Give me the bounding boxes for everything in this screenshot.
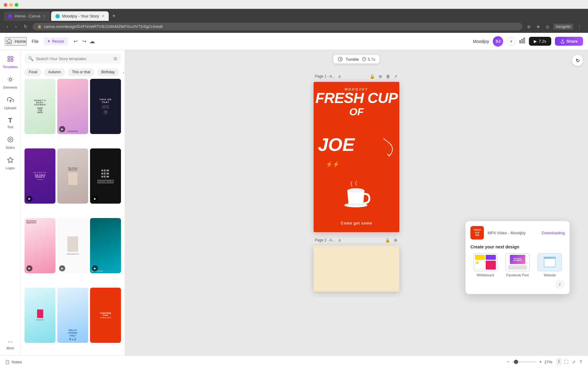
design-canvas-2[interactable] [314,246,399,292]
cloud-save-button[interactable]: ☁ [89,37,95,45]
zoom-control: − + 27% [507,359,552,365]
elements-icon [7,76,14,84]
user-avatar[interactable]: SJ [493,36,503,47]
share-button[interactable]: Share [555,37,583,46]
zoom-value: 27% [544,360,552,364]
play-indicator: ▶ [92,265,98,271]
website-option[interactable]: Website [535,253,565,277]
page-1-duplicate[interactable]: ⊕ [378,73,383,79]
template-card[interactable]: PUT'N IN PLACE ▶ [90,218,121,273]
sidebar-item-elements[interactable]: Elements [1,73,20,92]
more-options-icon[interactable]: ⋮ [576,24,583,30]
downloading-status[interactable]: Downloading [542,231,565,235]
template-card[interactable]: EyeshadowApplication ▶ [24,218,55,273]
tab-moodjoy[interactable]: Moodjoy - Your Story ✕ [51,11,109,21]
page-2-lock[interactable]: 🔒 [384,237,391,243]
zoom-slider[interactable] [512,361,537,362]
notes-button[interactable]: 📋 Notes [5,360,22,364]
resize-button[interactable]: ✦ Resize [43,37,68,45]
tab-home[interactable]: Home - Canva ✕ [4,11,50,21]
page-2-duplicate[interactable]: ⊕ [393,237,398,243]
close-tab-home[interactable]: ✕ [43,14,46,18]
page-1-collapse[interactable]: ∧ [337,73,342,79]
maximize-window-btn[interactable] [15,3,18,7]
zoom-out-button[interactable]: − [507,359,510,365]
redo-button[interactable]: ↪ [81,37,88,45]
facebook-label: Facebook Post [506,273,529,277]
page-1-delete[interactable]: 🗑 [385,73,391,79]
time-value: 5.7s [368,57,375,62]
add-collaborator-button[interactable]: + [507,37,515,46]
canvas-area[interactable]: Tumble 5.7s ↻ Page 1 - A... ∧ [125,50,588,355]
svg-point-23 [546,257,547,258]
zoom-in-button[interactable]: + [539,359,542,365]
close-tab-moodjoy[interactable]: ✕ [102,14,104,18]
template-search-input[interactable] [36,56,111,61]
profile-icon[interactable]: ◎ [544,24,551,30]
template-card[interactable]: THIS ORTHAT Long HairShort Hair ? [90,79,121,134]
close-window-btn[interactable] [4,3,7,7]
transition-name: Tumble [346,57,359,62]
website-label: Website [544,273,556,277]
file-menu[interactable]: File [32,39,39,44]
browser-actions: ⊕ ★ ◎ Incognito ⋮ [526,24,583,30]
template-card[interactable]: The PerfectWhite Tee [57,148,88,204]
fb-preview: Get ideasFLOWING [506,254,529,271]
share-label: Share [567,39,578,44]
help-button[interactable]: ? [578,358,583,366]
new-tab-button[interactable]: + [110,12,118,21]
clock-icon [362,57,366,61]
page-2-collapse[interactable]: ∧ [337,237,342,243]
tag-this-or-that[interactable]: This or that [68,68,95,76]
bookmark-icon[interactable]: ★ [535,24,542,30]
more-tags-button[interactable]: › [122,68,125,76]
facebook-option[interactable]: Get ideasFLOWING Facebook Post [503,253,532,277]
design-canvas-1[interactable]: MOODJOY FRESH CUP OF JOE [314,82,399,232]
fullscreen-button[interactable]: ⤢ [571,358,577,366]
template-card[interactable]: REVIEW OF THE SONUSBONUM 10 ★★★★★ ▶ [24,148,55,204]
whiteboard-option[interactable]: Whiteboard [470,253,500,277]
template-card[interactable]: HELLOSPRINGONLY 0 ♦ 2 [57,288,88,343]
sidebar-item-templates[interactable]: Templates [1,52,20,72]
template-card[interactable]: NEWNEWNEW SHOP NOW ▶ [90,148,121,204]
moodjoy-favicon [55,14,60,18]
sidebar-item-logos[interactable]: Logos [1,154,20,173]
refresh-button[interactable]: ↻ [572,55,583,66]
tag-food[interactable]: Food [24,68,41,76]
filter-icon[interactable]: ⊞ [114,56,117,61]
url-bar[interactable]: 🔒 canva.com/design/DAFNVetRTV8/J1WoMZtkP… [32,23,523,30]
page-1-share[interactable]: ↗ [393,73,398,79]
page-number: 1 [558,359,560,363]
analytics-button[interactable] [519,37,525,45]
tab-moodjoy-label: Moodjoy - Your Story [62,14,99,18]
template-card[interactable]: FASHION ▶ [57,79,88,134]
back-button[interactable]: ‹ [5,23,10,30]
template-card[interactable]: mask look for me ▶ [57,218,88,273]
page-1-lock[interactable]: 🔒 [369,73,375,79]
download-notification: FRESHCUPJOE MP4 Video - Moodjoy Download… [466,221,570,294]
home-button[interactable]: Home [5,37,27,46]
tag-birthday[interactable]: Birthday [97,68,119,76]
transition-bar: Tumble 5.7s [334,55,379,63]
template-card[interactable]: SKINCARE [24,288,55,343]
template-card[interactable]: NANNY'SBABYSHOWER SAVETHEDATE [24,79,55,134]
preview-button[interactable]: ▶ 7.2s [529,37,551,46]
tag-autumn[interactable]: Autumn [44,68,65,76]
fit-page-button[interactable]: ⛶ [563,358,570,366]
sidebar-item-text[interactable]: T Text [1,114,20,132]
reload-button[interactable]: ↻ [22,23,29,30]
page-1-label: Page 1 - A... [315,74,335,79]
cast-icon[interactable]: ⊕ [526,24,532,30]
forward-button[interactable]: › [13,23,18,30]
template-card[interactable]: LaunchingSoon COMING SOON [90,288,121,343]
sidebar-item-more[interactable]: ··· More [1,335,20,353]
incognito-button[interactable]: Incognito [553,24,573,30]
wb-cell-white [475,261,485,270]
elements-label: Elements [3,86,17,89]
undo-button[interactable]: ↩ [72,37,79,45]
next-button[interactable]: › [555,279,565,289]
templates-icon [7,56,14,64]
sidebar-item-uploads[interactable]: Uploads [1,94,20,113]
minimize-window-btn[interactable] [9,3,13,7]
sidebar-item-styles[interactable]: Styles [1,133,20,152]
